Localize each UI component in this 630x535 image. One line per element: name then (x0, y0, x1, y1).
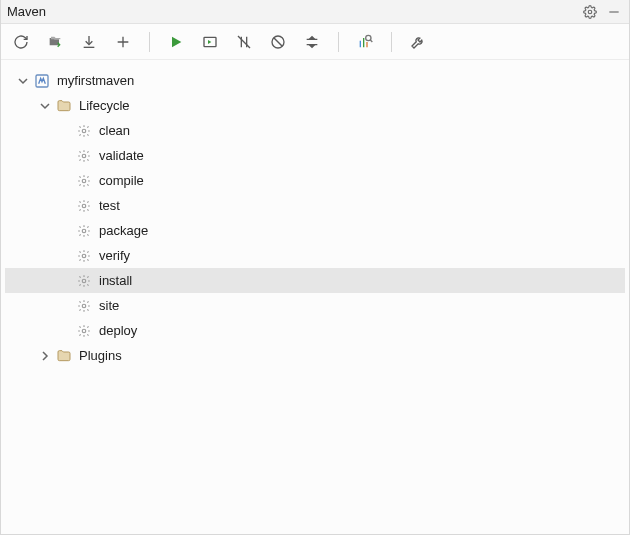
lifecycle-goal-verify[interactable]: verify (5, 243, 625, 268)
toolbar-separator (149, 32, 150, 52)
goal-label: package (99, 218, 148, 243)
goal-label: site (99, 293, 119, 318)
run-maven-build-button[interactable] (166, 32, 186, 52)
collapse-all-button[interactable] (302, 32, 322, 52)
svg-point-6 (82, 129, 86, 133)
lifecycle-goal-validate[interactable]: validate (5, 143, 625, 168)
plugins-label: Plugins (79, 343, 122, 368)
lifecycle-goal-site[interactable]: site (5, 293, 625, 318)
goal-label: clean (99, 118, 130, 143)
add-maven-project-button[interactable] (113, 32, 133, 52)
lifecycle-goal-install[interactable]: install (5, 268, 625, 293)
reload-all-projects-button[interactable] (11, 32, 31, 52)
project-node[interactable]: myfirstmaven (5, 68, 625, 93)
download-sources-button[interactable] (79, 32, 99, 52)
maven-settings-button[interactable] (408, 32, 428, 52)
svg-point-14 (82, 329, 86, 333)
chevron-down-icon (37, 101, 53, 111)
gear-icon (75, 197, 93, 215)
folder-icon (55, 97, 73, 115)
chevron-down-icon (15, 76, 31, 86)
svg-point-12 (82, 279, 86, 283)
gear-icon (75, 122, 93, 140)
svg-point-13 (82, 304, 86, 308)
gear-icon (75, 247, 93, 265)
chevron-right-icon (37, 351, 53, 361)
svg-point-7 (82, 154, 86, 158)
show-dependencies-button[interactable] (355, 32, 375, 52)
generate-sources-button[interactable] (45, 32, 65, 52)
panel-title: Maven (7, 4, 575, 19)
svg-point-8 (82, 179, 86, 183)
toolbar (1, 24, 629, 60)
svg-point-0 (588, 10, 592, 14)
goal-label: validate (99, 143, 144, 168)
lifecycle-goal-package[interactable]: package (5, 218, 625, 243)
project-label: myfirstmaven (57, 68, 134, 93)
goal-label: deploy (99, 318, 137, 343)
lifecycle-goal-test[interactable]: test (5, 193, 625, 218)
module-icon (33, 72, 51, 90)
svg-point-4 (366, 35, 371, 40)
gear-icon (75, 272, 93, 290)
toolbar-separator (391, 32, 392, 52)
lifecycle-goal-deploy[interactable]: deploy (5, 318, 625, 343)
minimize-icon[interactable] (605, 3, 623, 21)
gear-icon (75, 172, 93, 190)
gear-icon (75, 222, 93, 240)
run-configurations-button[interactable] (200, 32, 220, 52)
svg-point-11 (82, 254, 86, 258)
plugins-node[interactable]: Plugins (5, 343, 625, 368)
titlebar: Maven (1, 0, 629, 24)
goal-label: compile (99, 168, 144, 193)
lifecycle-node[interactable]: Lifecycle (5, 93, 625, 118)
lifecycle-goal-compile[interactable]: compile (5, 168, 625, 193)
goal-label: install (99, 268, 132, 293)
toggle-offline-mode-button[interactable] (234, 32, 254, 52)
maven-tree: myfirstmaven Lifecycle cleanvalidatecomp… (1, 60, 629, 376)
folder-icon (55, 347, 73, 365)
toggle-skip-tests-button[interactable] (268, 32, 288, 52)
svg-point-10 (82, 229, 86, 233)
goal-label: verify (99, 243, 130, 268)
gear-icon (75, 322, 93, 340)
gear-icon (75, 147, 93, 165)
svg-point-9 (82, 204, 86, 208)
gear-icon (75, 297, 93, 315)
toolbar-separator (338, 32, 339, 52)
settings-icon[interactable] (581, 3, 599, 21)
lifecycle-goal-clean[interactable]: clean (5, 118, 625, 143)
goal-label: test (99, 193, 120, 218)
lifecycle-label: Lifecycle (79, 93, 130, 118)
